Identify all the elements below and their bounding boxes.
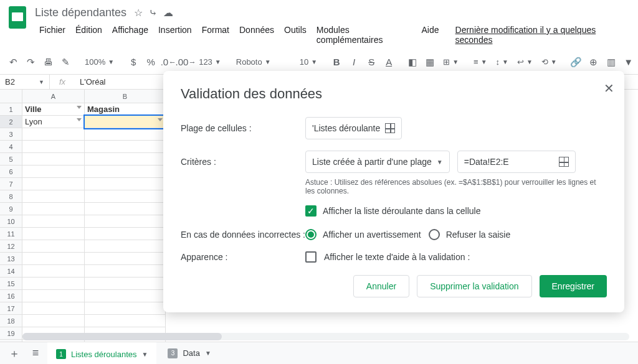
help-text-checkbox[interactable] (305, 251, 317, 263)
range-input[interactable]: 'Listes déroulante (305, 117, 402, 139)
grid-icon[interactable] (385, 123, 395, 133)
row-header[interactable]: 12 (0, 240, 22, 253)
percent-button[interactable]: % (143, 54, 159, 70)
strikethrough-icon[interactable]: S (363, 54, 379, 70)
remove-validation-button[interactable]: Supprimer la validation (417, 275, 531, 297)
increase-decimal-button[interactable]: .00→ (178, 54, 194, 70)
font-dropdown[interactable]: Roboto▼ (232, 54, 288, 70)
row-header[interactable]: 16 (0, 290, 22, 302)
cell[interactable] (22, 166, 85, 178)
row-header[interactable]: 3 (0, 128, 22, 141)
row-header[interactable]: 1 (0, 103, 22, 116)
merge-dropdown[interactable]: ⊞▼ (439, 54, 462, 70)
all-sheets-button[interactable]: ≡ (26, 344, 45, 363)
cancel-button[interactable]: Annuler (353, 275, 409, 297)
cell[interactable] (85, 153, 166, 166)
cell[interactable] (22, 190, 85, 203)
menu-tools[interactable]: Outils (280, 22, 311, 47)
cell[interactable] (22, 278, 85, 290)
show-warning-radio[interactable] (305, 229, 317, 240)
h-align-dropdown[interactable]: ≡▼ (470, 54, 491, 70)
cell[interactable] (85, 315, 166, 327)
menu-help[interactable]: Aide (417, 22, 444, 47)
name-box[interactable]: B2▼ (0, 75, 50, 89)
cell-b1[interactable]: Magasin (85, 103, 166, 116)
row-header[interactable]: 18 (0, 315, 22, 327)
criteria-range-input[interactable]: =Data!E2:E (457, 151, 576, 173)
cell[interactable] (22, 178, 85, 190)
wrap-dropdown[interactable]: ↩▼ (513, 54, 536, 70)
cell[interactable] (85, 178, 166, 190)
cell[interactable] (22, 302, 85, 315)
cell[interactable] (22, 240, 85, 253)
rotate-dropdown[interactable]: ⟲▼ (538, 54, 561, 70)
cell-b2[interactable] (85, 116, 166, 128)
row-header[interactable]: 10 (0, 215, 22, 228)
row-header[interactable]: 6 (0, 166, 22, 178)
chevron-down-icon[interactable] (158, 118, 163, 121)
last-edit-link[interactable]: Dernière modification il y a quelques se… (451, 22, 628, 47)
horizontal-scrollbar[interactable] (22, 333, 629, 340)
cell[interactable] (85, 278, 166, 290)
more-formats-dropdown[interactable]: 123▼ (195, 54, 225, 70)
link-icon[interactable]: 🔗 (568, 54, 584, 70)
close-icon[interactable]: ✕ (604, 81, 614, 96)
row-header[interactable]: 11 (0, 228, 22, 240)
sheets-logo[interactable] (5, 5, 30, 30)
chevron-down-icon[interactable]: ▼ (142, 351, 148, 358)
cell[interactable] (85, 166, 166, 178)
v-align-dropdown[interactable]: ↕▼ (492, 54, 512, 70)
cell[interactable] (85, 290, 166, 302)
menu-view[interactable]: Affichage (108, 22, 153, 47)
cell-a1[interactable]: Ville (22, 103, 85, 116)
row-header[interactable]: 14 (0, 265, 22, 278)
row-header[interactable]: 17 (0, 302, 22, 315)
cell[interactable] (22, 153, 85, 166)
cell[interactable] (85, 302, 166, 315)
cell[interactable] (85, 253, 166, 265)
comment-icon[interactable]: ⊕ (586, 54, 602, 70)
font-size-dropdown[interactable]: 10▼ (296, 54, 321, 70)
reject-input-radio[interactable] (429, 229, 440, 240)
chevron-down-icon[interactable]: ▼ (205, 350, 211, 357)
cell[interactable] (85, 228, 166, 240)
cell[interactable] (85, 215, 166, 228)
chevron-down-icon[interactable] (77, 118, 82, 121)
row-header[interactable]: 15 (0, 278, 22, 290)
cell[interactable] (22, 315, 85, 327)
criteria-type-dropdown[interactable]: Liste créée à partir d'une plage ▼ (305, 151, 450, 173)
print-icon[interactable]: 🖶 (40, 54, 56, 70)
cell[interactable] (22, 253, 85, 265)
cell[interactable] (22, 290, 85, 302)
menu-format[interactable]: Format (198, 22, 234, 47)
paint-format-icon[interactable]: ✎ (57, 54, 74, 70)
menu-data[interactable]: Données (235, 22, 279, 47)
row-header[interactable]: 5 (0, 153, 22, 166)
star-icon[interactable]: ☆ (134, 7, 143, 19)
column-header-a[interactable]: A (22, 90, 85, 103)
currency-button[interactable]: $ (125, 54, 141, 70)
chevron-down-icon[interactable] (77, 106, 82, 109)
sheet-tab-listes[interactable]: 1 Listes déroulantes ▼ (47, 342, 156, 365)
row-header[interactable]: 7 (0, 178, 22, 190)
chart-icon[interactable]: ▥ (603, 54, 619, 70)
cell[interactable] (22, 228, 85, 240)
add-sheet-button[interactable]: ＋ (5, 344, 24, 363)
row-header[interactable]: 9 (0, 203, 22, 215)
save-button[interactable]: Enregistrer (540, 275, 607, 297)
sheet-tab-data[interactable]: 3 Data ▼ (159, 342, 219, 365)
row-header[interactable]: 2 (0, 116, 22, 128)
document-title[interactable]: Liste dépendantes (35, 6, 126, 19)
undo-icon[interactable]: ↶ (5, 54, 21, 70)
menu-edit[interactable]: Édition (71, 22, 107, 47)
cell[interactable] (22, 265, 85, 278)
column-header-b[interactable]: B (85, 90, 166, 103)
cell-a2[interactable]: Lyon (22, 116, 85, 128)
cloud-icon[interactable]: ☁ (163, 7, 173, 19)
menu-insert[interactable]: Insertion (154, 22, 196, 47)
cell[interactable] (85, 203, 166, 215)
filter-icon[interactable]: ▼ (621, 54, 637, 70)
bold-icon[interactable]: B (328, 54, 345, 70)
cell[interactable] (22, 128, 85, 141)
cell[interactable] (85, 240, 166, 253)
